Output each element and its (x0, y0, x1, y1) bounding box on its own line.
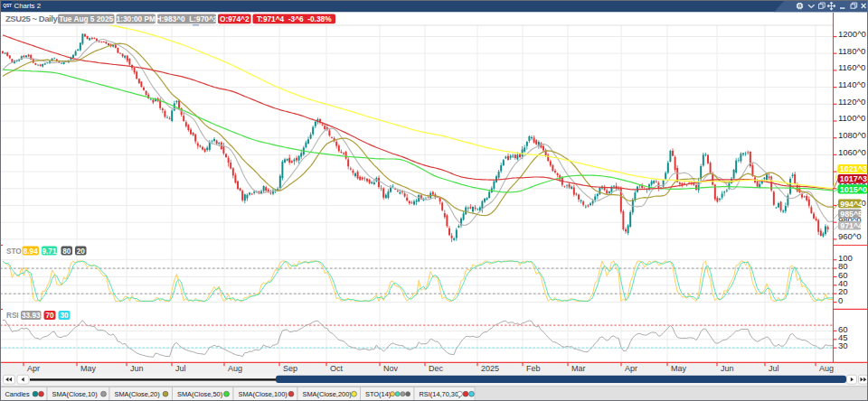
svg-text:2025: 2025 (481, 364, 499, 373)
svg-text:Dec: Dec (429, 364, 444, 373)
svg-text:1021^3: 1021^3 (840, 164, 867, 173)
svg-text:Aug: Aug (228, 364, 242, 373)
svg-text:Jun: Jun (721, 364, 734, 373)
svg-text:0: 0 (838, 295, 843, 305)
svg-text:1200^0: 1200^0 (838, 29, 866, 39)
svg-text:1120^0: 1120^0 (838, 97, 865, 107)
svg-text:Jul: Jul (769, 364, 779, 373)
svg-text:994^4: 994^4 (840, 200, 863, 209)
svg-text:RSI: RSI (6, 312, 19, 320)
svg-text:1180^0: 1180^0 (838, 46, 865, 56)
svg-text:33.93: 33.93 (22, 312, 41, 320)
svg-text:ZSU25 ~ Daily: ZSU25 ~ Daily (5, 14, 58, 23)
svg-text:1017^3: 1017^3 (840, 174, 867, 183)
svg-text:SMA(Close,200): SMA(Close,200) (303, 390, 352, 398)
svg-text:STO: STO (6, 247, 22, 256)
svg-text:971^4: 971^4 (840, 221, 863, 230)
svg-text:QST: QST (3, 4, 12, 8)
svg-text:Apr: Apr (625, 364, 637, 373)
svg-text:May: May (671, 364, 687, 373)
svg-text:960^0: 960^0 (838, 231, 862, 241)
svg-text:SMA(Close,10): SMA(Close,10) (52, 390, 98, 398)
svg-text:Candles: Candles (5, 390, 30, 398)
svg-text:1060^0: 1060^0 (838, 147, 866, 157)
svg-text:30: 30 (838, 340, 848, 350)
svg-text:STO(14): STO(14) (365, 390, 391, 398)
svg-text:30: 30 (60, 312, 69, 320)
svg-text:Apr: Apr (27, 364, 40, 373)
svg-text:20: 20 (77, 247, 86, 256)
svg-text:Mar: Mar (571, 364, 586, 373)
svg-text:Feb: Feb (526, 364, 541, 373)
svg-text:Oct: Oct (330, 364, 344, 373)
svg-text:1140^0: 1140^0 (838, 79, 865, 89)
svg-text:RSI(14,70,30): RSI(14,70,30) (420, 390, 461, 398)
svg-text:1080^0: 1080^0 (838, 130, 866, 140)
svg-text:SMA(Close,100): SMA(Close,100) (239, 390, 288, 398)
svg-text:8.94: 8.94 (24, 247, 38, 256)
svg-text:9.71: 9.71 (42, 247, 57, 256)
svg-text:Nov: Nov (383, 364, 399, 373)
svg-text:985^5: 985^5 (840, 210, 863, 219)
svg-text:SMA(Close,20): SMA(Close,20) (115, 390, 160, 398)
svg-text:Charts 2: Charts 2 (14, 2, 41, 10)
svg-text:May: May (80, 364, 97, 373)
svg-text:80: 80 (62, 247, 71, 256)
svg-text:1015^0: 1015^0 (840, 185, 867, 194)
svg-text:1160^0: 1160^0 (838, 62, 865, 72)
svg-text:70: 70 (45, 312, 54, 320)
svg-text:1100^0: 1100^0 (838, 113, 865, 123)
svg-text:Tue Aug 5 2025: Tue Aug 5 2025 (59, 14, 113, 23)
svg-text:T:971^4 -3^6 -0.38%: T:971^4 -3^6 -0.38% (257, 14, 332, 23)
svg-text:1:30:00 PM: 1:30:00 PM (117, 14, 156, 23)
svg-text:SMA(Close,50): SMA(Close,50) (177, 390, 222, 398)
svg-text:Jul: Jul (175, 364, 186, 373)
svg-text:H:983^0 L:970^2: H:983^0 L:970^2 (156, 14, 218, 23)
svg-text:Sep: Sep (283, 364, 297, 373)
svg-text:Jun: Jun (130, 364, 144, 373)
svg-text:Aug: Aug (819, 364, 834, 373)
svg-text:O:974^2: O:974^2 (220, 14, 250, 23)
